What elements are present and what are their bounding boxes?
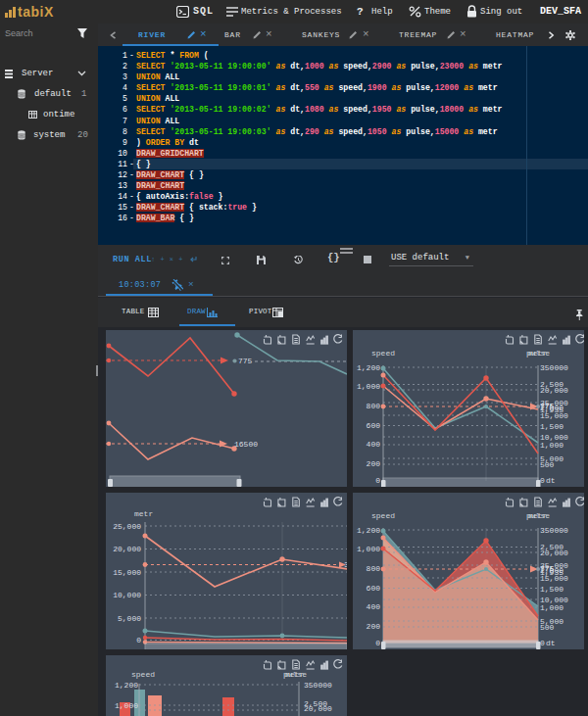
svg-text:25,000: 25,000 (113, 522, 141, 531)
svg-text:dt: dt (546, 639, 556, 647)
svg-text:600: 600 (367, 421, 381, 430)
svg-text:1,000: 1,000 (357, 545, 380, 553)
svg-text:0: 0 (136, 636, 141, 644)
svg-text:1,000: 1,000 (540, 603, 564, 612)
svg-text:20,000: 20,000 (540, 549, 568, 557)
svg-text:15,000: 15,000 (113, 568, 141, 577)
svg-text:metr: metr (528, 349, 547, 358)
svg-text:16500: 16500 (234, 440, 258, 449)
svg-text:0: 0 (375, 639, 380, 647)
svg-text:1,000: 1,000 (115, 701, 138, 710)
svg-text:500: 500 (540, 623, 555, 632)
svg-text:0: 0 (540, 639, 545, 647)
svg-text:metr: metr (285, 670, 304, 679)
svg-text:350000: 350000 (540, 363, 568, 372)
svg-text:800: 800 (367, 402, 381, 410)
svg-text:400: 400 (367, 440, 381, 449)
svg-text:500: 500 (540, 460, 555, 469)
svg-text:775: 775 (238, 357, 253, 365)
svg-text:20,000: 20,000 (113, 545, 141, 553)
svg-text:400: 400 (367, 602, 381, 611)
svg-text:speed: speed (371, 511, 395, 520)
svg-text:200: 200 (367, 622, 381, 631)
svg-text:1,200: 1,200 (357, 526, 380, 535)
svg-text:3: 3 (344, 560, 347, 569)
svg-text:metr: metr (528, 511, 547, 520)
svg-text:10,000: 10,000 (113, 591, 141, 599)
svg-text:1,200: 1,200 (357, 363, 380, 372)
svg-text:0: 0 (375, 476, 380, 485)
svg-text:600: 600 (367, 584, 381, 593)
svg-text:speed: speed (371, 349, 395, 358)
svg-text:5,000: 5,000 (118, 614, 141, 623)
svg-text:350000: 350000 (540, 526, 568, 535)
svg-text:350000: 350000 (304, 681, 332, 690)
svg-text:1,935: 1,935 (540, 406, 564, 414)
svg-text:200: 200 (367, 459, 381, 468)
svg-text:1,200: 1,200 (115, 681, 138, 690)
svg-text:1,500: 1,500 (540, 422, 564, 431)
svg-text:1,000: 1,000 (357, 382, 380, 391)
svg-text:1,000: 1,000 (540, 441, 564, 450)
svg-text:0: 0 (540, 476, 545, 485)
svg-text:1,935: 1,935 (540, 568, 564, 577)
svg-text:20,000: 20,000 (540, 386, 568, 395)
svg-text:metr: metr (134, 509, 153, 518)
svg-text:1,500: 1,500 (540, 585, 564, 594)
svg-text:dt: dt (546, 476, 556, 485)
svg-text:speed: speed (131, 670, 155, 679)
svg-text:800: 800 (367, 564, 381, 573)
svg-text:20,000: 20,000 (304, 704, 332, 713)
